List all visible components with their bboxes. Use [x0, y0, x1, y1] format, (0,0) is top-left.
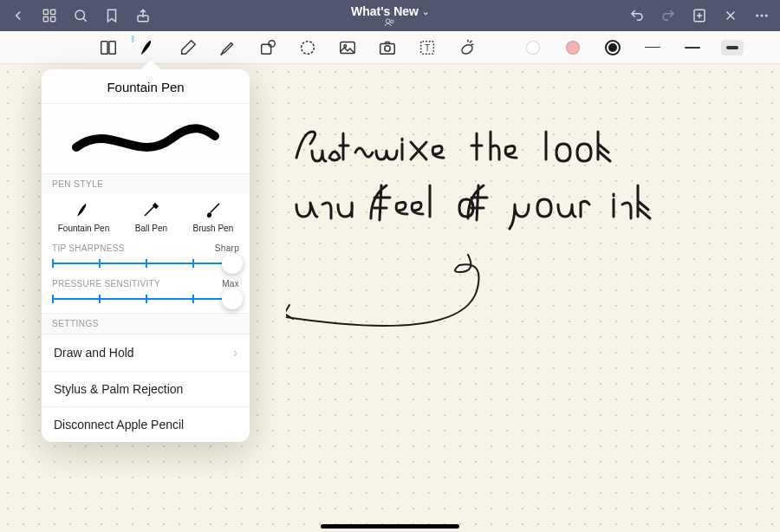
link-tool[interactable]	[456, 36, 478, 59]
color-pink[interactable]	[562, 36, 584, 59]
bookmark-icon[interactable]	[104, 8, 120, 23]
share-icon[interactable]	[135, 8, 151, 23]
home-indicator[interactable]	[321, 524, 459, 529]
grid-icon[interactable]	[42, 8, 57, 23]
svg-point-21	[302, 41, 315, 54]
text-tool[interactable]: T	[416, 36, 439, 59]
svg-line-29	[470, 40, 472, 42]
svg-rect-17	[101, 41, 107, 54]
tip-sharpness-value: Sharp	[215, 243, 239, 253]
document-title[interactable]: What's New⌄	[351, 4, 429, 27]
svg-rect-2	[43, 17, 48, 22]
stroke-thick[interactable]	[721, 40, 744, 55]
close-icon[interactable]	[723, 8, 738, 23]
shape-eraser-tool[interactable]	[257, 36, 279, 59]
back-icon[interactable]	[10, 8, 26, 23]
pressure-slider[interactable]	[52, 297, 239, 301]
settings-stylus-palm[interactable]: Stylus & Palm Rejection	[42, 371, 250, 406]
chevron-right-icon: ›	[233, 345, 237, 360]
handwritten-text	[286, 125, 659, 333]
svg-point-25	[385, 45, 390, 50]
stroke-preview	[42, 104, 250, 173]
lasso-tool[interactable]	[296, 36, 319, 59]
toolbar: ᛒ T	[0, 31, 780, 64]
settings-label: SETTINGS	[42, 313, 250, 334]
color-black-selected[interactable]	[601, 36, 624, 59]
pressure-value: Max	[222, 279, 239, 289]
undo-icon[interactable]	[629, 8, 645, 23]
svg-rect-1	[51, 10, 55, 14]
pen-settings-popover: Fountain Pen PEN STYLE Fountain Pen Ball…	[42, 69, 250, 442]
more-icon[interactable]	[754, 8, 770, 23]
svg-point-20	[269, 40, 275, 46]
svg-text:T: T	[425, 42, 430, 52]
svg-point-4	[75, 10, 85, 20]
tip-sharpness-label: TIP SHARPNESS	[52, 243, 125, 253]
svg-point-8	[391, 20, 394, 23]
svg-rect-3	[51, 17, 55, 22]
color-white[interactable]	[522, 36, 544, 59]
read-mode-icon[interactable]	[97, 36, 120, 59]
camera-tool[interactable]	[376, 36, 399, 59]
settings-disconnect-pencil[interactable]: Disconnect Apple Pencil	[42, 406, 250, 442]
tip-sharpness-slider[interactable]	[52, 262, 239, 265]
collab-icon	[384, 18, 396, 27]
pressure-label: PRESSURE SENSITIVITY	[52, 279, 160, 289]
eraser-tool[interactable]	[177, 36, 199, 59]
bluetooth-icon: ᛒ	[131, 35, 135, 43]
pen-style-ball[interactable]: Ball Pen	[135, 199, 167, 233]
image-tool[interactable]	[336, 36, 359, 59]
svg-rect-0	[43, 10, 48, 14]
search-icon[interactable]	[73, 8, 88, 23]
pen-style-label: PEN STYLE	[42, 173, 250, 194]
popover-title: Fountain Pen	[42, 69, 250, 104]
pen-style-brush[interactable]: Brush Pen	[193, 199, 234, 233]
stroke-thin[interactable]	[641, 40, 664, 55]
redo-icon[interactable]	[660, 8, 676, 23]
svg-point-15	[760, 15, 763, 17]
svg-rect-18	[109, 41, 115, 54]
pen-style-fountain[interactable]: Fountain Pen	[58, 199, 110, 233]
svg-point-14	[756, 15, 758, 17]
svg-line-5	[83, 18, 86, 21]
chevron-down-icon: ⌄	[422, 7, 429, 16]
svg-point-7	[386, 19, 390, 23]
settings-draw-hold[interactable]: Draw and Hold ›	[42, 334, 250, 371]
stroke-medium[interactable]	[681, 40, 704, 55]
highlighter-tool[interactable]	[217, 36, 239, 59]
pen-tool[interactable]: ᛒ	[137, 36, 159, 59]
add-page-icon[interactable]	[692, 8, 707, 23]
svg-point-16	[765, 15, 768, 17]
